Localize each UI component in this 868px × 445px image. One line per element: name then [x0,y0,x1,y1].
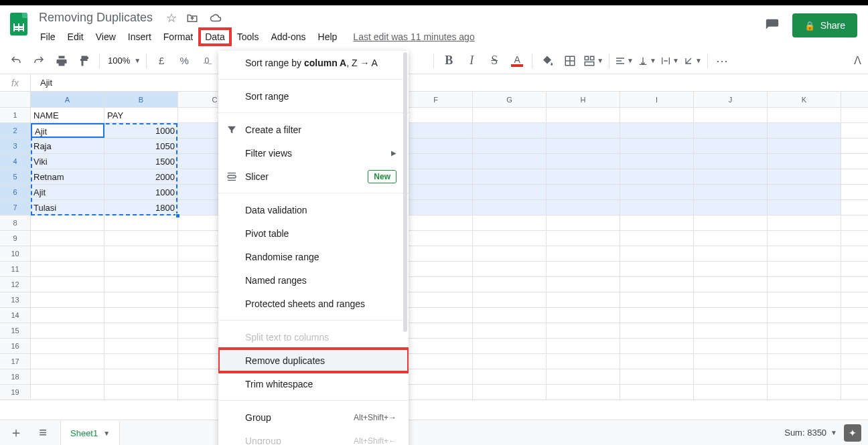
cell[interactable] [547,169,620,184]
dropdown-scrollbar[interactable] [403,52,407,332]
row-header[interactable]: 10 [0,246,31,261]
cell[interactable] [768,292,841,307]
cell[interactable]: NAME [31,108,104,122]
menu-randomise-range[interactable]: Randomise range [218,245,409,268]
cell[interactable] [620,246,694,261]
undo-icon[interactable] [7,52,25,70]
cell[interactable] [31,323,104,338]
cell[interactable]: 1000 [104,185,178,199]
col-header[interactable]: B [104,92,178,107]
cell[interactable] [473,200,547,215]
cell[interactable] [473,277,547,292]
menu-slicer[interactable]: Slicer New [218,165,409,188]
cell[interactable] [473,323,547,338]
cell[interactable] [768,246,841,261]
print-icon[interactable] [52,52,71,70]
cell[interactable] [547,323,620,338]
menu-data-validation[interactable]: Data validation [218,198,409,221]
cell[interactable] [473,139,547,153]
strikethrough-icon[interactable]: S [485,52,504,70]
row-header[interactable]: 12 [0,277,31,292]
row-header[interactable]: 18 [0,369,31,384]
cell[interactable] [694,185,768,199]
cell[interactable] [694,369,768,384]
cell[interactable] [547,246,620,261]
cell[interactable] [694,339,768,353]
menu-format[interactable]: Format [158,29,198,45]
cell[interactable] [620,308,694,323]
cell[interactable] [694,154,768,169]
more-icon[interactable]: ⋯ [713,52,732,70]
cell[interactable] [31,369,104,384]
cell[interactable] [768,385,841,399]
menu-data[interactable]: Data [200,29,230,45]
cell[interactable] [547,292,620,307]
cell[interactable] [399,169,473,184]
cell[interactable] [399,354,473,369]
cell[interactable] [31,262,104,276]
cell[interactable] [768,139,841,153]
cell[interactable] [399,200,473,215]
cell[interactable] [547,200,620,215]
cell[interactable] [31,339,104,353]
cell[interactable] [473,354,547,369]
menu-add-ons[interactable]: Add-ons [265,29,311,45]
cell[interactable] [768,154,841,169]
cell[interactable] [473,262,547,276]
cell[interactable] [104,369,178,384]
cell[interactable] [104,385,178,399]
cell[interactable] [694,231,768,246]
cell[interactable] [694,354,768,369]
cell[interactable] [694,292,768,307]
cloud-saved-icon[interactable] [209,12,225,24]
cell[interactable] [31,354,104,369]
cell[interactable] [768,308,841,323]
menu-pivot-table[interactable]: Pivot table [218,221,409,245]
cell[interactable] [399,292,473,307]
cell[interactable] [399,185,473,199]
cell[interactable]: Retnam [31,169,104,184]
cell[interactable] [473,292,547,307]
cell[interactable] [694,385,768,399]
cell[interactable] [768,354,841,369]
menu-edit[interactable]: Edit [62,29,89,45]
last-edit-link[interactable]: Last edit was 11 minutes ago [353,31,474,42]
cell[interactable] [399,139,473,153]
cell[interactable] [620,369,694,384]
cell[interactable]: PAY [104,108,178,122]
cell[interactable] [547,215,620,230]
row-header[interactable]: 14 [0,308,31,323]
cell[interactable]: 1050 [104,139,178,153]
cell[interactable] [620,277,694,292]
cell[interactable] [31,292,104,307]
borders-icon[interactable] [561,52,579,70]
cell[interactable] [399,231,473,246]
cell[interactable] [473,231,547,246]
cell[interactable] [694,139,768,153]
cell[interactable] [31,246,104,261]
cell[interactable] [104,231,178,246]
cell[interactable] [547,262,620,276]
text-wrap-icon[interactable]: ▼ [660,52,679,70]
cell[interactable] [104,323,178,338]
row-header[interactable]: 1 [0,108,31,122]
cell[interactable] [694,262,768,276]
cell[interactable] [620,200,694,215]
cell[interactable] [547,339,620,353]
zoom-select[interactable]: 100%▼ [105,52,141,70]
menu-view[interactable]: View [90,29,121,45]
cell[interactable] [694,323,768,338]
cell[interactable] [399,215,473,230]
cell[interactable] [399,277,473,292]
cell[interactable] [620,262,694,276]
cell[interactable] [694,246,768,261]
cell[interactable]: 1500 [104,154,178,169]
cell[interactable] [473,308,547,323]
h-align-icon[interactable]: ▼ [615,52,634,70]
cell[interactable] [547,231,620,246]
menu-help[interactable]: Help [313,29,343,45]
menu-trim-whitespace[interactable]: Trim whitespace [218,372,409,395]
col-header[interactable]: K [768,92,841,107]
row-header[interactable]: 5 [0,169,31,184]
redo-icon[interactable] [29,52,48,70]
